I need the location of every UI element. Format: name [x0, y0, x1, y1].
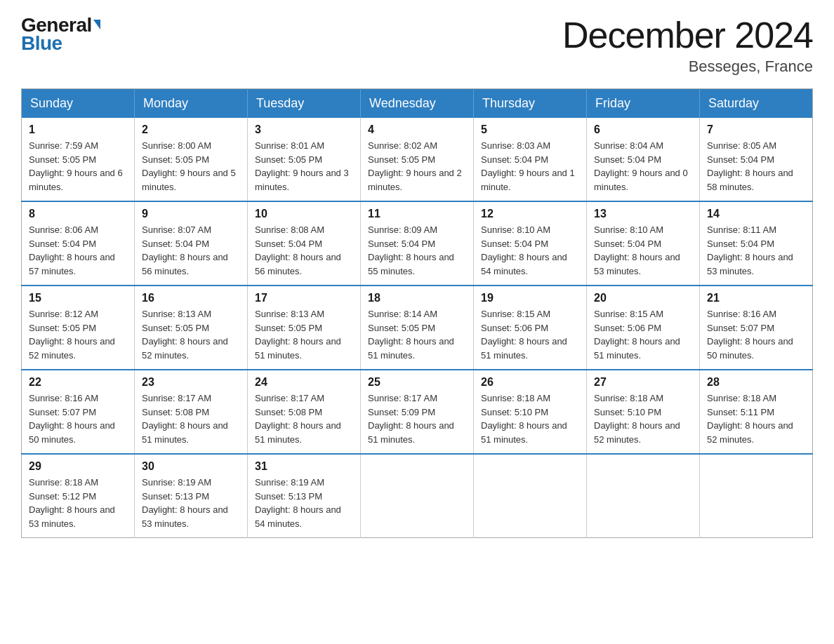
day-number: 10	[255, 208, 353, 220]
calendar-cell: 5Sunrise: 8:03 AMSunset: 5:04 PMDaylight…	[474, 118, 587, 201]
day-number: 22	[29, 376, 127, 389]
calendar-week-row: 29Sunrise: 8:18 AMSunset: 5:12 PMDayligh…	[22, 454, 813, 538]
calendar-cell: 15Sunrise: 8:12 AMSunset: 5:05 PMDayligh…	[22, 286, 135, 370]
day-info: Sunrise: 8:11 AMSunset: 5:04 PMDaylight:…	[707, 223, 805, 278]
day-number: 26	[481, 376, 579, 389]
calendar-cell: 28Sunrise: 8:18 AMSunset: 5:11 PMDayligh…	[700, 370, 813, 454]
calendar-cell: 6Sunrise: 8:04 AMSunset: 5:04 PMDaylight…	[587, 118, 700, 201]
day-info: Sunrise: 8:19 AMSunset: 5:13 PMDaylight:…	[255, 476, 353, 530]
calendar-cell: 7Sunrise: 8:05 AMSunset: 5:04 PMDaylight…	[700, 118, 813, 201]
day-info: Sunrise: 8:18 AMSunset: 5:10 PMDaylight:…	[481, 391, 579, 446]
calendar-cell: 12Sunrise: 8:10 AMSunset: 5:04 PMDayligh…	[474, 201, 587, 286]
day-info: Sunrise: 8:13 AMSunset: 5:05 PMDaylight:…	[255, 307, 353, 362]
day-info: Sunrise: 8:18 AMSunset: 5:11 PMDaylight:…	[707, 391, 805, 446]
day-info: Sunrise: 8:01 AMSunset: 5:05 PMDaylight:…	[255, 139, 353, 194]
day-info: Sunrise: 8:18 AMSunset: 5:12 PMDaylight:…	[29, 476, 127, 530]
day-number: 9	[142, 208, 240, 220]
header-friday: Friday	[587, 89, 700, 119]
header-monday: Monday	[135, 89, 248, 119]
calendar-cell	[361, 454, 474, 538]
header-tuesday: Tuesday	[248, 89, 361, 119]
calendar-cell	[587, 454, 700, 538]
day-number: 11	[368, 208, 466, 220]
day-info: Sunrise: 8:13 AMSunset: 5:05 PMDaylight:…	[142, 307, 240, 362]
calendar-cell: 3Sunrise: 8:01 AMSunset: 5:05 PMDaylight…	[248, 118, 361, 201]
calendar-cell: 29Sunrise: 8:18 AMSunset: 5:12 PMDayligh…	[22, 454, 135, 538]
day-number: 16	[142, 292, 240, 304]
month-title: December 2024	[562, 14, 813, 56]
calendar-cell: 23Sunrise: 8:17 AMSunset: 5:08 PMDayligh…	[135, 370, 248, 454]
day-info: Sunrise: 8:19 AMSunset: 5:13 PMDaylight:…	[142, 476, 240, 530]
day-number: 4	[368, 123, 466, 136]
header-right: December 2024 Besseges, France	[562, 14, 813, 76]
calendar-week-row: 22Sunrise: 8:16 AMSunset: 5:07 PMDayligh…	[22, 370, 813, 454]
day-number: 25	[368, 376, 466, 389]
calendar-cell: 2Sunrise: 8:00 AMSunset: 5:05 PMDaylight…	[135, 118, 248, 201]
day-info: Sunrise: 8:15 AMSunset: 5:06 PMDaylight:…	[594, 307, 692, 362]
calendar-table: SundayMondayTuesdayWednesdayThursdayFrid…	[21, 88, 813, 538]
day-info: Sunrise: 8:06 AMSunset: 5:04 PMDaylight:…	[29, 223, 127, 278]
day-info: Sunrise: 8:00 AMSunset: 5:05 PMDaylight:…	[142, 139, 240, 194]
calendar-cell: 26Sunrise: 8:18 AMSunset: 5:10 PMDayligh…	[474, 370, 587, 454]
calendar-cell: 25Sunrise: 8:17 AMSunset: 5:09 PMDayligh…	[361, 370, 474, 454]
day-number: 14	[707, 208, 805, 220]
day-number: 15	[29, 292, 127, 304]
location-label: Besseges, France	[562, 58, 813, 76]
day-number: 28	[707, 376, 805, 389]
day-number: 17	[255, 292, 353, 304]
day-number: 1	[29, 123, 127, 136]
day-number: 5	[481, 123, 579, 136]
day-number: 23	[142, 376, 240, 389]
calendar-cell: 24Sunrise: 8:17 AMSunset: 5:08 PMDayligh…	[248, 370, 361, 454]
day-info: Sunrise: 8:12 AMSunset: 5:05 PMDaylight:…	[29, 307, 127, 362]
day-info: Sunrise: 8:15 AMSunset: 5:06 PMDaylight:…	[481, 307, 579, 362]
day-info: Sunrise: 8:17 AMSunset: 5:08 PMDaylight:…	[255, 391, 353, 446]
day-info: Sunrise: 8:14 AMSunset: 5:05 PMDaylight:…	[368, 307, 466, 362]
calendar-cell	[700, 454, 813, 538]
calendar-cell: 9Sunrise: 8:07 AMSunset: 5:04 PMDaylight…	[135, 201, 248, 286]
day-info: Sunrise: 8:09 AMSunset: 5:04 PMDaylight:…	[368, 223, 466, 278]
day-info: Sunrise: 8:02 AMSunset: 5:05 PMDaylight:…	[368, 139, 466, 194]
day-number: 27	[594, 376, 692, 389]
page-header: General Blue December 2024 Besseges, Fra…	[21, 14, 813, 76]
calendar-cell: 30Sunrise: 8:19 AMSunset: 5:13 PMDayligh…	[135, 454, 248, 538]
day-number: 8	[29, 208, 127, 220]
day-info: Sunrise: 8:17 AMSunset: 5:08 PMDaylight:…	[142, 391, 240, 446]
header-saturday: Saturday	[700, 89, 813, 119]
calendar-cell: 20Sunrise: 8:15 AMSunset: 5:06 PMDayligh…	[587, 286, 700, 370]
calendar-cell: 10Sunrise: 8:08 AMSunset: 5:04 PMDayligh…	[248, 201, 361, 286]
calendar-header-row: SundayMondayTuesdayWednesdayThursdayFrid…	[22, 89, 813, 119]
day-number: 7	[707, 123, 805, 136]
day-number: 20	[594, 292, 692, 304]
day-info: Sunrise: 8:16 AMSunset: 5:07 PMDaylight:…	[707, 307, 805, 362]
header-thursday: Thursday	[474, 89, 587, 119]
day-info: Sunrise: 8:10 AMSunset: 5:04 PMDaylight:…	[594, 223, 692, 278]
calendar-cell: 27Sunrise: 8:18 AMSunset: 5:10 PMDayligh…	[587, 370, 700, 454]
calendar-cell: 19Sunrise: 8:15 AMSunset: 5:06 PMDayligh…	[474, 286, 587, 370]
calendar-cell: 14Sunrise: 8:11 AMSunset: 5:04 PMDayligh…	[700, 201, 813, 286]
calendar-cell: 31Sunrise: 8:19 AMSunset: 5:13 PMDayligh…	[248, 454, 361, 538]
day-number: 29	[29, 460, 127, 473]
day-info: Sunrise: 8:03 AMSunset: 5:04 PMDaylight:…	[481, 139, 579, 194]
day-info: Sunrise: 7:59 AMSunset: 5:05 PMDaylight:…	[29, 139, 127, 194]
logo: General Blue	[21, 14, 100, 55]
day-number: 3	[255, 123, 353, 136]
day-info: Sunrise: 8:05 AMSunset: 5:04 PMDaylight:…	[707, 139, 805, 194]
header-wednesday: Wednesday	[361, 89, 474, 119]
day-number: 2	[142, 123, 240, 136]
calendar-cell: 8Sunrise: 8:06 AMSunset: 5:04 PMDaylight…	[22, 201, 135, 286]
calendar-cell: 17Sunrise: 8:13 AMSunset: 5:05 PMDayligh…	[248, 286, 361, 370]
calendar-cell: 16Sunrise: 8:13 AMSunset: 5:05 PMDayligh…	[135, 286, 248, 370]
day-info: Sunrise: 8:18 AMSunset: 5:10 PMDaylight:…	[594, 391, 692, 446]
calendar-week-row: 15Sunrise: 8:12 AMSunset: 5:05 PMDayligh…	[22, 286, 813, 370]
calendar-cell: 13Sunrise: 8:10 AMSunset: 5:04 PMDayligh…	[587, 201, 700, 286]
day-number: 6	[594, 123, 692, 136]
calendar-cell: 1Sunrise: 7:59 AMSunset: 5:05 PMDaylight…	[22, 118, 135, 201]
calendar-cell: 18Sunrise: 8:14 AMSunset: 5:05 PMDayligh…	[361, 286, 474, 370]
calendar-cell: 21Sunrise: 8:16 AMSunset: 5:07 PMDayligh…	[700, 286, 813, 370]
day-info: Sunrise: 8:08 AMSunset: 5:04 PMDaylight:…	[255, 223, 353, 278]
day-number: 13	[594, 208, 692, 220]
calendar-cell	[474, 454, 587, 538]
day-info: Sunrise: 8:04 AMSunset: 5:04 PMDaylight:…	[594, 139, 692, 194]
day-number: 21	[707, 292, 805, 304]
